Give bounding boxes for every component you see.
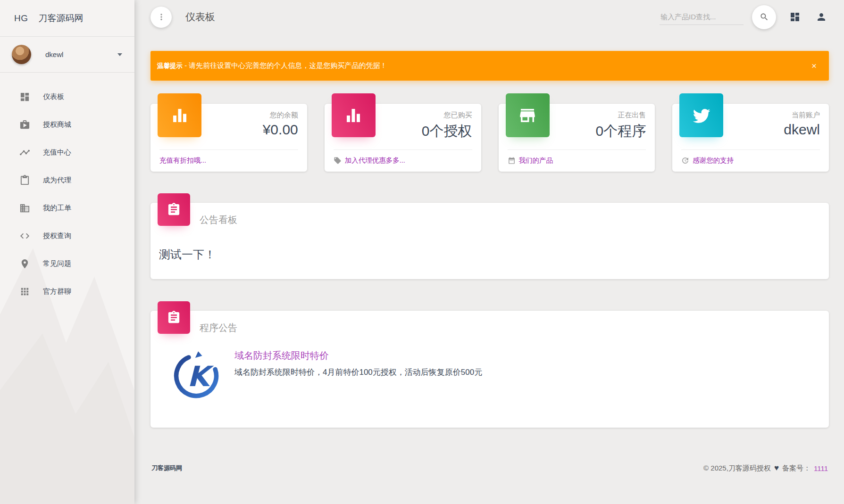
sidebar-item-license-query[interactable]: 授权查询 (0, 222, 134, 250)
footer-copyright: © 2025,刀客源码授权 ♥ 备案号： 1111 (703, 463, 828, 473)
timeline-icon (19, 147, 30, 158)
brand[interactable]: HG 刀客源码网 (0, 0, 134, 37)
account-button[interactable] (814, 9, 829, 25)
sidebar: HG 刀客源码网 dkewl 仪表板 授权商城 充值中心 成为代理 (0, 0, 134, 504)
code-icon (19, 231, 30, 241)
update-icon (681, 157, 689, 165)
notice-banner: 温馨提示 - 请先前往设置中心完善您的个人信息，这是您购买产品的凭据！ × (150, 51, 829, 81)
building-icon (19, 203, 30, 214)
page-title: 仪表板 (185, 10, 215, 24)
icp-link[interactable]: 1111 (814, 464, 828, 472)
calendar-icon (508, 157, 516, 165)
sidebar-item-label: 常见问题 (43, 259, 71, 268)
notice-message: - 请先前往设置中心完善您的个人信息，这是您购买产品的凭据！ (183, 61, 387, 69)
chevron-down-icon (117, 53, 122, 56)
stat-cards: 您的余额 ¥0.00 充值有折扣哦... 您已购买 0个授权 (150, 104, 829, 172)
search-input[interactable] (660, 9, 744, 25)
purchased-card: 您已购买 0个授权 加入代理优惠多多... (325, 104, 481, 172)
user-menu[interactable]: dkewl (0, 37, 134, 73)
header-actions (660, 5, 829, 29)
dashboard-icon (19, 91, 30, 102)
bar-chart-icon (332, 93, 376, 137)
sidebar-item-recharge[interactable]: 充值中心 (0, 139, 134, 166)
assignment-icon (158, 301, 190, 334)
sidebar-nav: 仪表板 授权商城 充值中心 成为代理 我的工单 授权查询 (0, 73, 134, 306)
program-link[interactable]: 域名防封系统限时特价 (234, 349, 329, 362)
user-name: dkewl (45, 50, 117, 58)
close-icon[interactable]: × (811, 61, 817, 70)
tag-icon (334, 157, 342, 165)
sidebar-item-label: 成为代理 (43, 176, 71, 185)
sidebar-item-shop[interactable]: 授权商城 (0, 111, 134, 139)
board-content: 测试一下！ (150, 226, 829, 262)
sidebar-item-faq[interactable]: 常见问题 (0, 250, 134, 278)
program-logo-image: K (172, 349, 222, 399)
announcement-board-card: 公告看板 测试一下！ (150, 203, 829, 279)
sidebar-item-group-chat[interactable]: 官方群聊 (0, 278, 134, 306)
search-button[interactable] (752, 5, 776, 29)
sidebar-item-tickets[interactable]: 我的工单 (0, 194, 134, 222)
store-icon (506, 93, 550, 137)
copyright-text: © 2025,刀客源码授权 (703, 464, 771, 473)
clipboard-icon (19, 175, 30, 186)
sidebar-item-label: 授权查询 (43, 231, 71, 240)
assignment-icon (158, 193, 190, 226)
balance-card: 您的余额 ¥0.00 充值有折扣哦... (150, 104, 307, 172)
apps-icon (19, 286, 30, 297)
sidebar-item-label: 官方群聊 (43, 287, 71, 296)
twitter-icon (679, 93, 723, 137)
program-item: K 域名防封系统限时特价 域名防封系统限时特价，4月前特价100元授权，活动后恢… (172, 349, 819, 399)
notice-label: 温馨提示 (157, 62, 183, 69)
person-icon (816, 11, 827, 23)
kebab-icon (157, 13, 166, 21)
selling-card: 正在出售 0个程序 我们的产品 (499, 104, 655, 172)
program-title: 程序公告 (150, 311, 829, 334)
program-announcement-card: 程序公告 K 域名防封系统限时特价 域名防封系统限时特价，4月前特价100元授权… (150, 311, 829, 428)
account-card: 当前账户 dkewl 感谢您的支持 (672, 104, 829, 172)
page-footer: 刀客源码网 © 2025,刀客源码授权 ♥ 备案号： 1111 (150, 455, 829, 485)
brand-name: 刀客源码网 (39, 12, 84, 25)
shop-icon (19, 119, 30, 130)
board-title: 公告看板 (150, 203, 829, 226)
search-icon (760, 12, 769, 22)
heart-icon: ♥ (774, 463, 779, 473)
notice-text: 温馨提示 - 请先前往设置中心完善您的个人信息，这是您购买产品的凭据！ (157, 61, 387, 70)
our-products-link[interactable]: 我们的产品 (499, 150, 655, 172)
program-description: 域名防封系统限时特价，4月前特价100元授权，活动后恢复原价500元 (234, 366, 482, 379)
sidebar-item-agent[interactable]: 成为代理 (0, 166, 134, 194)
sidebar-item-dashboard[interactable]: 仪表板 (0, 83, 134, 111)
program-text: 域名防封系统限时特价 域名防封系统限时特价，4月前特价100元授权，活动后恢复原… (234, 349, 482, 399)
agent-offer-link[interactable]: 加入代理优惠多多... (325, 150, 481, 172)
footer-brand[interactable]: 刀客源码网 (151, 464, 182, 472)
place-icon (19, 258, 30, 269)
bar-chart-icon (158, 93, 201, 137)
thanks-link[interactable]: 感谢您的支持 (672, 150, 829, 172)
sidebar-item-label: 充值中心 (43, 148, 71, 157)
dashboard-shortcut-button[interactable] (787, 9, 802, 25)
brand-logo: HG (14, 13, 28, 24)
menu-kebab-button[interactable] (150, 7, 172, 28)
grid-icon (789, 11, 801, 23)
sidebar-item-label: 授权商城 (43, 120, 71, 129)
top-header: 仪表板 (150, 0, 829, 34)
sidebar-item-label: 仪表板 (43, 92, 64, 101)
avatar (12, 45, 31, 64)
main-content: 仪表板 温馨提示 - 请先前往设置中心完善您的个人信息，这是您购买产品的凭据！ … (134, 0, 844, 504)
recharge-discount-link[interactable]: 充值有折扣哦... (150, 150, 307, 172)
sidebar-item-label: 我的工单 (43, 204, 71, 213)
page: HG 刀客源码网 dkewl 仪表板 授权商城 充值中心 成为代理 (0, 0, 844, 504)
icp-label: 备案号： (782, 464, 811, 473)
